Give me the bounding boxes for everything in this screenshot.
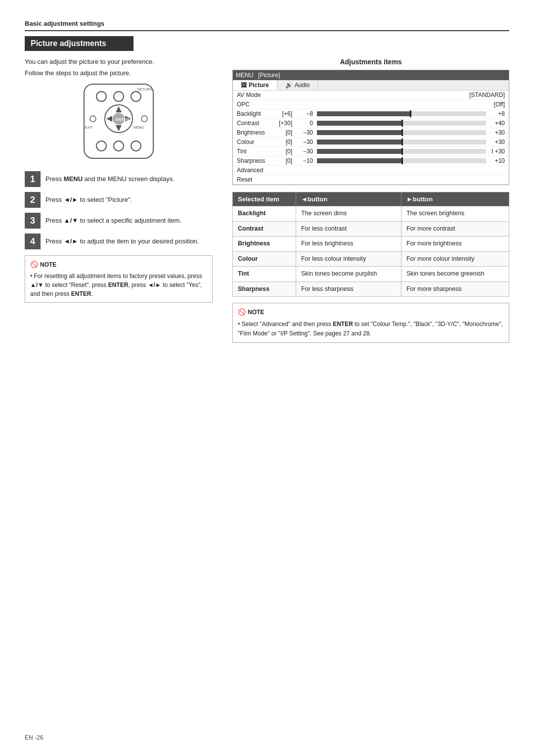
avmode-value: [STANDARD]: [273, 92, 505, 98]
sharpness-right: +10: [490, 157, 505, 164]
col-header-item: Selected item: [233, 192, 296, 206]
table-row: Colour For less colour intensity For mor…: [233, 251, 509, 267]
colour-val2: −30: [294, 139, 313, 145]
menu-header-bar: MENU [Picture]: [233, 70, 509, 80]
right-column: Adjustments items MENU [Picture] 🖼 Pictu…: [232, 58, 509, 343]
main-content: You can adjust the picture to your prefe…: [25, 58, 509, 343]
brightness-label: Brightness: [237, 129, 271, 136]
step-text-3: Press ▲/▼ to select a specific adjustmen…: [45, 213, 181, 226]
step-num-3: 3: [25, 213, 41, 229]
svg-point-1: [96, 92, 106, 101]
tint-val2: −30: [294, 148, 313, 155]
row-right-backlight: The screen brightens: [401, 206, 509, 222]
note-box-left: 🚫 NOTE • For resetting all adjustment it…: [25, 255, 213, 303]
col-header-right-btn: ►button: [401, 192, 509, 206]
menu-mockup: MENU [Picture] 🖼 Picture 🔊 Audio AV Mode…: [232, 70, 509, 185]
svg-point-16: [96, 141, 106, 151]
step-text-1: Press MENU and the MENU screen displays.: [45, 171, 175, 184]
tint-label: Tint: [237, 148, 271, 155]
menu-row-brightness: Brightness [0] −30 +30: [233, 128, 509, 138]
menu-row-sharpness: Sharpness [0] −10 +10: [233, 156, 509, 166]
menu-label: MENU: [236, 72, 253, 79]
contrast-label: Contrast: [237, 120, 271, 127]
tint-bar: [317, 149, 486, 154]
row-right-contrast: For more contrast: [401, 221, 509, 236]
table-row: Tint Skin tones become purplish Skin ton…: [233, 267, 509, 282]
backlight-bar: [317, 111, 486, 116]
tab-audio-icon: 🔊: [285, 82, 293, 89]
row-left-brightness: For less brightness: [296, 236, 401, 252]
left-column: You can adjust the picture to your prefe…: [25, 58, 213, 303]
tab-picture-label: Picture: [249, 82, 269, 89]
contrast-bar: [317, 121, 486, 126]
step-text-2: Press ◄/► to select "Picture".: [45, 192, 132, 205]
tint-right: I +30: [490, 148, 505, 155]
row-left-sharpness: For less sharpness: [296, 282, 401, 297]
svg-text:EXIT: EXIT: [85, 126, 93, 129]
step-num-1: 1: [25, 171, 41, 187]
svg-point-2: [114, 92, 124, 101]
step-text-4: Press ◄/► to adjust the item to your des…: [45, 234, 199, 246]
svg-marker-6: [116, 106, 122, 112]
tab-picture[interactable]: 🖼 Picture: [233, 80, 277, 90]
note-text-right: • Select "Advanced" and then press ENTER…: [238, 320, 504, 338]
row-left-contrast: For less contrast: [296, 221, 401, 236]
menu-tabs: 🖼 Picture 🔊 Audio: [233, 80, 509, 91]
reset-label: Reset: [237, 176, 271, 183]
advanced-label: Advanced: [237, 167, 271, 174]
colour-label: Colour: [237, 139, 271, 145]
menu-row-colour: Colour [0] −30 +30: [233, 138, 509, 147]
row-left-colour: For less colour intensity: [296, 251, 401, 267]
contrast-val2: 0: [294, 120, 313, 127]
row-item-backlight: Backlight: [233, 206, 296, 222]
row-item-sharpness: Sharpness: [233, 282, 296, 297]
menu-row-opc: OPC [Off]: [233, 100, 509, 109]
opc-value: [Off]: [273, 101, 505, 108]
tab-audio-label: Audio: [295, 82, 310, 89]
table-row: Backlight The screen dims The screen bri…: [233, 206, 509, 222]
sharpness-bar: [317, 158, 486, 163]
row-item-brightness: Brightness: [233, 236, 296, 252]
table-row: Sharpness For less sharpness For more sh…: [233, 282, 509, 297]
row-right-brightness: For more brightness: [401, 236, 509, 252]
backlight-right: +8: [490, 110, 505, 117]
row-item-colour: Colour: [233, 251, 296, 267]
page-footer: EN -26: [25, 734, 43, 741]
menu-row-avmode: AV Mode [STANDARD]: [233, 91, 509, 100]
divider: [25, 30, 509, 31]
row-right-colour: For more colour intensity: [401, 251, 509, 267]
adjustments-table: Selected item ◄button ►button Backlight …: [232, 192, 509, 297]
avmode-label: AV Mode: [237, 92, 271, 98]
tab-audio[interactable]: 🔊 Audio: [277, 80, 318, 90]
adjustments-heading: Adjustments items: [232, 58, 509, 66]
contrast-right: +40: [490, 120, 505, 127]
row-right-sharpness: For more sharpness: [401, 282, 509, 297]
menu-row-backlight: Backlight [+6] −8 +8: [233, 109, 509, 119]
opc-label: OPC: [237, 101, 271, 108]
svg-point-3: [131, 92, 141, 101]
menu-row-contrast: Contrast [+30] 0 +40: [233, 119, 509, 128]
svg-point-18: [131, 141, 141, 151]
table-header-row: Selected item ◄button ►button: [233, 192, 509, 206]
sharpness-val2: −10: [294, 157, 313, 164]
svg-text:MENU: MENU: [134, 126, 144, 129]
contrast-val1: [+30]: [273, 120, 292, 127]
brightness-bar: [317, 130, 486, 135]
col-header-left-btn: ◄button: [296, 192, 401, 206]
note-icon-right: 🚫: [238, 307, 246, 318]
section-header: Basic adjustment settings: [25, 20, 509, 27]
table-row: Contrast For less contrast For more cont…: [233, 221, 509, 236]
brightness-val2: −30: [294, 129, 313, 136]
menu-row-tint: Tint [0] −30 I +30: [233, 147, 509, 156]
row-right-tint: Skin tones become greenish: [401, 267, 509, 282]
svg-point-17: [114, 141, 124, 151]
svg-text:RETURN: RETURN: [137, 88, 152, 91]
sharpness-label: Sharpness: [237, 157, 271, 164]
brightness-right: +30: [490, 129, 505, 136]
page-title: Picture adjustments: [25, 36, 134, 51]
remote-illustration: RETURN ENTER EXIT MENU: [74, 82, 163, 162]
colour-right: +30: [490, 139, 505, 145]
colour-val1: [0]: [273, 139, 292, 145]
step-1: 1 Press MENU and the MENU screen display…: [25, 171, 213, 187]
menu-section: [Picture]: [258, 72, 280, 79]
